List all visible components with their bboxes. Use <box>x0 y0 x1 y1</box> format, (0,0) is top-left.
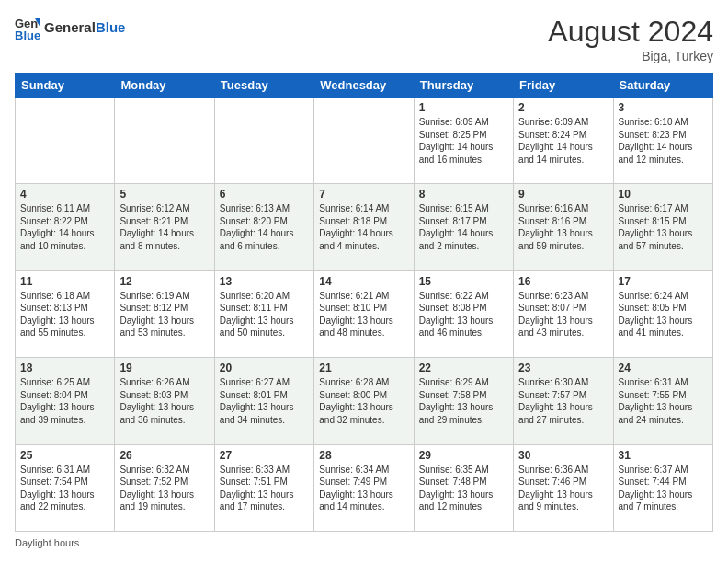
day-number: 3 <box>619 101 708 114</box>
calendar-cell: 5Sunrise: 6:12 AM Sunset: 8:21 PM Daylig… <box>115 184 214 270</box>
svg-text:Blue: Blue <box>15 29 40 40</box>
calendar-cell <box>16 98 115 184</box>
calendar-cell: 14Sunrise: 6:21 AM Sunset: 8:10 PM Dayli… <box>314 270 414 357</box>
page: Gen Blue GeneralBlue August 2024 Biga, T… <box>0 0 728 563</box>
calendar-cell: 18Sunrise: 6:25 AM Sunset: 8:04 PM Dayli… <box>16 358 115 444</box>
calendar-cell: 7Sunrise: 6:14 AM Sunset: 8:18 PM Daylig… <box>314 184 414 270</box>
day-info: Sunrise: 6:28 AM Sunset: 8:00 PM Dayligh… <box>319 376 408 426</box>
day-info: Sunrise: 6:17 AM Sunset: 8:15 PM Dayligh… <box>619 202 708 252</box>
calendar-header-wednesday: Wednesday <box>314 74 414 98</box>
day-info: Sunrise: 6:37 AM Sunset: 7:44 PM Dayligh… <box>619 464 708 513</box>
day-info: Sunrise: 6:34 AM Sunset: 7:49 PM Dayligh… <box>319 464 408 513</box>
day-info: Sunrise: 6:24 AM Sunset: 8:05 PM Dayligh… <box>619 290 708 339</box>
calendar-cell: 13Sunrise: 6:20 AM Sunset: 8:11 PM Dayli… <box>214 270 313 357</box>
daylight-label: Daylight hours <box>15 537 79 548</box>
calendar-cell: 12Sunrise: 6:19 AM Sunset: 8:12 PM Dayli… <box>115 270 214 357</box>
day-info: Sunrise: 6:18 AM Sunset: 8:13 PM Dayligh… <box>20 290 109 339</box>
day-number: 15 <box>419 275 508 288</box>
day-number: 8 <box>419 188 508 201</box>
calendar-cell: 16Sunrise: 6:23 AM Sunset: 8:07 PM Dayli… <box>514 270 613 357</box>
calendar-cell: 6Sunrise: 6:13 AM Sunset: 8:20 PM Daylig… <box>214 184 313 270</box>
month-year: August 2024 <box>548 15 713 49</box>
calendar-header-row: SundayMondayTuesdayWednesdayThursdayFrid… <box>16 74 713 98</box>
calendar-cell: 27Sunrise: 6:33 AM Sunset: 7:51 PM Dayli… <box>214 444 313 531</box>
calendar-header-tuesday: Tuesday <box>214 74 313 98</box>
calendar-cell: 4Sunrise: 6:11 AM Sunset: 8:22 PM Daylig… <box>16 184 115 270</box>
calendar-table: SundayMondayTuesdayWednesdayThursdayFrid… <box>15 73 713 532</box>
calendar-week-5: 25Sunrise: 6:31 AM Sunset: 7:54 PM Dayli… <box>16 444 713 531</box>
calendar-cell: 20Sunrise: 6:27 AM Sunset: 8:01 PM Dayli… <box>214 358 313 444</box>
day-info: Sunrise: 6:31 AM Sunset: 7:54 PM Dayligh… <box>20 464 109 513</box>
day-number: 1 <box>419 101 508 114</box>
calendar-cell: 25Sunrise: 6:31 AM Sunset: 7:54 PM Dayli… <box>16 444 115 531</box>
day-number: 19 <box>119 362 209 374</box>
day-info: Sunrise: 6:25 AM Sunset: 8:04 PM Dayligh… <box>20 376 109 426</box>
header: Gen Blue GeneralBlue August 2024 Biga, T… <box>15 15 713 63</box>
day-number: 5 <box>119 188 209 201</box>
calendar-cell: 17Sunrise: 6:24 AM Sunset: 8:05 PM Dayli… <box>613 270 712 357</box>
day-info: Sunrise: 6:22 AM Sunset: 8:08 PM Dayligh… <box>419 290 508 339</box>
calendar-cell: 19Sunrise: 6:26 AM Sunset: 8:03 PM Dayli… <box>115 358 214 444</box>
day-info: Sunrise: 6:09 AM Sunset: 8:25 PM Dayligh… <box>419 116 508 166</box>
day-info: Sunrise: 6:14 AM Sunset: 8:18 PM Dayligh… <box>319 202 408 252</box>
calendar-week-1: 1Sunrise: 6:09 AM Sunset: 8:25 PM Daylig… <box>16 98 713 184</box>
calendar-cell: 22Sunrise: 6:29 AM Sunset: 7:58 PM Dayli… <box>414 358 513 444</box>
day-info: Sunrise: 6:09 AM Sunset: 8:24 PM Dayligh… <box>518 116 608 166</box>
calendar-cell: 3Sunrise: 6:10 AM Sunset: 8:23 PM Daylig… <box>613 98 712 184</box>
day-info: Sunrise: 6:11 AM Sunset: 8:22 PM Dayligh… <box>20 202 109 252</box>
day-info: Sunrise: 6:33 AM Sunset: 7:51 PM Dayligh… <box>220 464 309 513</box>
day-info: Sunrise: 6:19 AM Sunset: 8:12 PM Dayligh… <box>119 290 209 339</box>
day-number: 29 <box>419 449 508 462</box>
calendar-cell: 11Sunrise: 6:18 AM Sunset: 8:13 PM Dayli… <box>16 270 115 357</box>
day-number: 6 <box>220 188 309 201</box>
day-info: Sunrise: 6:29 AM Sunset: 7:58 PM Dayligh… <box>419 376 508 426</box>
calendar-cell: 1Sunrise: 6:09 AM Sunset: 8:25 PM Daylig… <box>414 98 513 184</box>
day-number: 23 <box>518 362 608 374</box>
logo-general: General <box>44 19 96 35</box>
day-info: Sunrise: 6:35 AM Sunset: 7:48 PM Dayligh… <box>419 464 508 513</box>
calendar-cell: 15Sunrise: 6:22 AM Sunset: 8:08 PM Dayli… <box>414 270 513 357</box>
day-number: 2 <box>518 101 608 114</box>
calendar-header-sunday: Sunday <box>16 74 115 98</box>
calendar-cell: 23Sunrise: 6:30 AM Sunset: 7:57 PM Dayli… <box>514 358 613 444</box>
day-info: Sunrise: 6:21 AM Sunset: 8:10 PM Dayligh… <box>319 290 408 339</box>
calendar-cell <box>314 98 414 184</box>
calendar-cell: 29Sunrise: 6:35 AM Sunset: 7:48 PM Dayli… <box>414 444 513 531</box>
calendar-header-friday: Friday <box>514 74 613 98</box>
calendar-week-4: 18Sunrise: 6:25 AM Sunset: 8:04 PM Dayli… <box>16 358 713 444</box>
day-number: 21 <box>319 362 408 374</box>
day-number: 28 <box>319 449 408 462</box>
day-number: 25 <box>20 449 109 462</box>
day-number: 11 <box>20 275 109 288</box>
calendar-header-monday: Monday <box>115 74 214 98</box>
calendar-cell: 9Sunrise: 6:16 AM Sunset: 8:16 PM Daylig… <box>514 184 613 270</box>
day-info: Sunrise: 6:10 AM Sunset: 8:23 PM Dayligh… <box>619 116 708 166</box>
calendar-cell: 21Sunrise: 6:28 AM Sunset: 8:00 PM Dayli… <box>314 358 414 444</box>
calendar-cell: 24Sunrise: 6:31 AM Sunset: 7:55 PM Dayli… <box>613 358 712 444</box>
calendar-cell: 26Sunrise: 6:32 AM Sunset: 7:52 PM Dayli… <box>115 444 214 531</box>
day-number: 7 <box>319 188 408 201</box>
day-info: Sunrise: 6:23 AM Sunset: 8:07 PM Dayligh… <box>518 290 608 339</box>
day-number: 16 <box>518 275 608 288</box>
calendar-cell: 8Sunrise: 6:15 AM Sunset: 8:17 PM Daylig… <box>414 184 513 270</box>
day-number: 22 <box>419 362 508 374</box>
footer: Daylight hours <box>15 537 713 548</box>
calendar-cell: 28Sunrise: 6:34 AM Sunset: 7:49 PM Dayli… <box>314 444 414 531</box>
day-number: 18 <box>20 362 109 374</box>
day-number: 10 <box>619 188 708 201</box>
calendar-cell <box>214 98 313 184</box>
day-number: 9 <box>518 188 608 201</box>
logo-blue: Blue <box>96 19 126 35</box>
day-info: Sunrise: 6:27 AM Sunset: 8:01 PM Dayligh… <box>220 376 309 426</box>
calendar-header-thursday: Thursday <box>414 74 513 98</box>
calendar-cell: 31Sunrise: 6:37 AM Sunset: 7:44 PM Dayli… <box>613 444 712 531</box>
location: Biga, Turkey <box>548 49 713 63</box>
day-number: 30 <box>518 449 608 462</box>
day-info: Sunrise: 6:30 AM Sunset: 7:57 PM Dayligh… <box>518 376 608 426</box>
calendar-cell: 30Sunrise: 6:36 AM Sunset: 7:46 PM Dayli… <box>514 444 613 531</box>
day-number: 20 <box>220 362 309 374</box>
day-number: 24 <box>619 362 708 374</box>
day-number: 31 <box>619 449 708 462</box>
generalblue-logo-icon: Gen Blue <box>15 15 40 40</box>
calendar-cell <box>115 98 214 184</box>
